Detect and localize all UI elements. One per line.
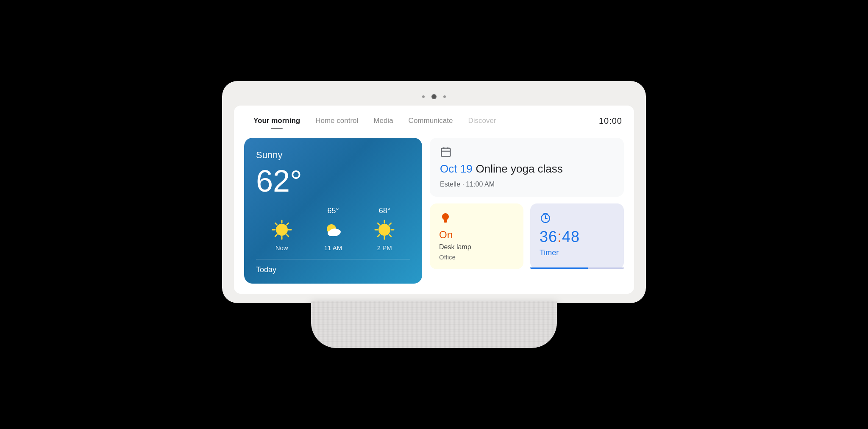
svg-point-11 [328, 230, 335, 236]
nav-discover[interactable]: Discover [460, 113, 504, 128]
calendar-icon [440, 146, 452, 158]
timer-minutes: 36 [540, 228, 557, 245]
lamp-name: Desk lamp [439, 243, 514, 251]
forecast-now: Now [256, 206, 307, 251]
sun-icon-now [271, 219, 293, 241]
calendar-subtitle: Estelle · 11:00 AM [440, 180, 614, 188]
calendar-title: Online yoga class [476, 162, 563, 176]
forecast-2pm-label: 2 PM [377, 244, 392, 251]
nav-home-control[interactable]: Home control [308, 113, 366, 128]
weather-condition: Sunny [256, 150, 410, 161]
calendar-card[interactable]: Oct 19 Online yoga class Estelle · 11:00… [430, 138, 624, 197]
svg-line-7 [287, 223, 288, 225]
timer-time: 36:48 [540, 228, 615, 246]
nav-communicate[interactable]: Communicate [401, 113, 461, 128]
partly-cloudy-icon [322, 219, 344, 241]
calendar-icon-row [440, 146, 614, 158]
weather-card[interactable]: Sunny 62° [244, 138, 422, 284]
svg-line-6 [287, 235, 288, 237]
svg-rect-26 [444, 221, 447, 222]
speaker-fabric [311, 301, 557, 348]
svg-line-8 [275, 235, 277, 237]
forecast-2pm-temp: 68° [379, 206, 390, 215]
timer-progress-track [530, 267, 624, 269]
lamp-status: On [439, 229, 514, 241]
timer-seconds: 48 [562, 228, 580, 245]
svg-line-20 [389, 223, 391, 225]
svg-line-18 [378, 223, 380, 225]
screen: Your morning Home control Media Communic… [234, 106, 634, 294]
sensor-left [422, 95, 425, 98]
bottom-row: On Desk lamp Office [430, 203, 624, 269]
forecast-now-temp [281, 206, 283, 215]
nav-media[interactable]: Media [366, 113, 401, 128]
svg-line-5 [275, 223, 277, 225]
timer-colon: : [557, 228, 562, 245]
nav-time: 10:00 [599, 116, 622, 126]
lamp-location: Office [439, 254, 514, 261]
screen-housing: Your morning Home control Media Communic… [222, 81, 646, 303]
timer-label: Timer [540, 248, 615, 257]
timer-icon [540, 212, 551, 224]
lightbulb-icon [439, 212, 452, 225]
speaker-base [311, 301, 557, 348]
svg-line-19 [389, 235, 391, 237]
camera [431, 94, 437, 99]
lamp-card[interactable]: On Desk lamp Office [430, 203, 523, 269]
weather-today: Today [256, 265, 410, 274]
weather-temp-main: 62° [256, 166, 410, 196]
forecast-2pm: 68° [359, 206, 410, 251]
timer-progress-bar [530, 267, 588, 269]
nav-bar: Your morning Home control Media Communic… [234, 106, 634, 131]
calendar-date: Oct 19 [440, 162, 473, 176]
content-area: Sunny 62° [234, 131, 634, 294]
weather-forecast: Now 65° 11 AM [256, 206, 410, 251]
timer-card[interactable]: 36:48 Timer [530, 203, 624, 269]
svg-point-0 [276, 224, 288, 236]
forecast-11am: 65° 11 AM [307, 206, 359, 251]
right-column: Oct 19 Online yoga class Estelle · 11:00… [430, 138, 624, 284]
svg-point-13 [378, 224, 390, 236]
svg-point-12 [334, 229, 341, 234]
device-wrapper: Your morning Home control Media Communic… [201, 81, 667, 348]
svg-rect-22 [442, 148, 451, 157]
svg-line-21 [378, 235, 380, 237]
weather-divider [256, 259, 410, 259]
svg-rect-27 [444, 222, 447, 223]
forecast-now-label: Now [275, 244, 288, 251]
sensor-right [443, 95, 446, 98]
nav-your-morning[interactable]: Your morning [246, 113, 308, 128]
forecast-11am-label: 11 AM [324, 244, 342, 251]
calendar-event-row: Oct 19 Online yoga class [440, 162, 614, 176]
forecast-11am-temp: 65° [327, 206, 339, 215]
device-top-bar [234, 93, 634, 100]
sun-icon-2pm [373, 219, 395, 241]
